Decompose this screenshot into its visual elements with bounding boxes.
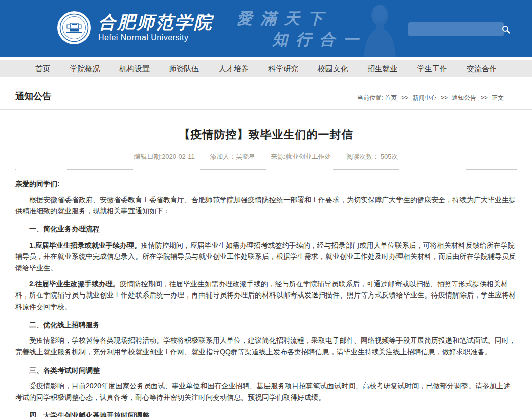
breadcrumb-label: 当前位置: bbox=[357, 94, 383, 101]
nav-item-departments[interactable]: 机构设置 bbox=[114, 64, 155, 74]
university-logo-link[interactable]: 合肥师范学院 Hefei Normal University bbox=[57, 11, 213, 44]
section-3-paragraph-1: 受疫情影响，目前2020年度国家公务员面试、事业单位和国有企业招聘、基层服务项目… bbox=[15, 380, 517, 403]
breadcrumb-current[interactable]: 正文 bbox=[492, 94, 504, 101]
university-seal-logo bbox=[57, 11, 91, 44]
section-4-heading: 四、大学生创业孵化基地开放时间调整 bbox=[15, 410, 517, 417]
site-header: 合肥师范学院 Hefei Normal University 愛滿天下 知行合一 bbox=[0, 0, 532, 57]
motto-line1: 愛滿天下 bbox=[237, 8, 331, 29]
article: 【疫情防控】致毕业生们的一封信 编辑日期:2020-02-11 添加人：吴晓星 … bbox=[0, 127, 532, 417]
column-title: 通知公告 bbox=[15, 90, 51, 102]
statue-image bbox=[349, 0, 409, 57]
intro-paragraph: 根据安徽省委省政府、安徽省委教育工委省教育厅、合肥师范学院加强疫情防控统一部署和… bbox=[15, 194, 517, 217]
nav-item-faculty[interactable]: 师资队伍 bbox=[164, 64, 204, 74]
article-title: 【疫情防控】致毕业生们的一封信 bbox=[15, 127, 517, 142]
meta-read-count: 阅读次数： 505次 bbox=[346, 153, 398, 160]
breadcrumb-separator: >> bbox=[401, 94, 408, 101]
university-name-cn: 合肥师范学院 bbox=[98, 13, 213, 32]
breadcrumb-home[interactable]: 首页 bbox=[385, 94, 397, 101]
search-box bbox=[408, 22, 504, 36]
nav-item-research[interactable]: 科学研究 bbox=[263, 64, 303, 74]
nav-item-students[interactable]: 学生工作 bbox=[412, 64, 452, 74]
university-name-en: Hefei Normal University bbox=[98, 33, 213, 42]
article-body: 亲爱的同学们: 根据安徽省委省政府、安徽省委教育工委省教育厅、合肥师范学院加强疫… bbox=[15, 178, 517, 417]
section-1-paragraph-2: 2.往届毕业生改派手续办理。疫情防控期间，往届毕业生如需办理改派手续的，经与所在… bbox=[15, 278, 517, 313]
breadcrumb: 当前位置: 首页 >> 新闻中心 >> 通知公告 >> 正文 bbox=[357, 94, 517, 102]
article-meta: 编辑日期:2020-02-11 添加人：吴晓星 来源:就业创业工作处 阅读次数：… bbox=[15, 152, 517, 170]
seal-graphic bbox=[59, 13, 89, 42]
breadcrumb-notices[interactable]: 通知公告 bbox=[452, 94, 476, 101]
meta-edit-date: 编辑日期:2020-02-11 bbox=[134, 153, 195, 160]
nav-item-training[interactable]: 人才培养 bbox=[214, 64, 254, 74]
breadcrumb-separator: >> bbox=[441, 94, 448, 101]
search-input[interactable] bbox=[413, 22, 502, 36]
section-1-heading: 一、简化业务办理流程 bbox=[15, 223, 517, 235]
section-2-heading: 二、优化线上招聘服务 bbox=[15, 319, 517, 331]
section-2-paragraph-1: 受疫情影响，学校暂停各类现场招聘活动。学校将积极联系用人单位，建议简化招聘流程，… bbox=[15, 335, 517, 358]
university-names: 合肥师范学院 Hefei Normal University bbox=[98, 13, 213, 42]
paragraph-lead: 1.应届毕业生招录或就业手续办理。 bbox=[29, 241, 141, 249]
breadcrumb-separator: >> bbox=[481, 94, 488, 101]
meta-author: 添加人：吴晓星 bbox=[210, 153, 255, 160]
meta-source: 来源:就业创业工作处 bbox=[271, 153, 331, 160]
nav-item-home[interactable]: 首页 bbox=[30, 64, 55, 74]
section-head: 通知公告 当前位置: 首页 >> 新闻中心 >> 通知公告 >> 正文 bbox=[0, 77, 532, 110]
nav-item-overview[interactable]: 学院概况 bbox=[64, 64, 105, 74]
section-1-paragraph-1: 1.应届毕业生招录或就业手续办理。疫情防控期间，应届毕业生如需办理招考或签约手续… bbox=[15, 240, 517, 274]
section-3-heading: 三、各类考试时间调整 bbox=[15, 365, 517, 376]
salutation: 亲爱的同学们: bbox=[15, 178, 517, 190]
paragraph-lead: 2.往届毕业生改派手续办理。 bbox=[29, 280, 120, 288]
search-icon bbox=[502, 25, 510, 34]
search-button[interactable] bbox=[502, 24, 510, 35]
nav-item-admissions[interactable]: 招生就业 bbox=[362, 64, 403, 74]
nav-item-exchange[interactable]: 交流合作 bbox=[461, 64, 502, 74]
breadcrumb-news-center[interactable]: 新闻中心 bbox=[413, 94, 437, 101]
main-nav: 首页 学院概况 机构设置 师资队伍 人才培养 科学研究 校园文化 招生就业 学生… bbox=[0, 60, 532, 77]
nav-item-campus[interactable]: 校园文化 bbox=[313, 64, 353, 74]
